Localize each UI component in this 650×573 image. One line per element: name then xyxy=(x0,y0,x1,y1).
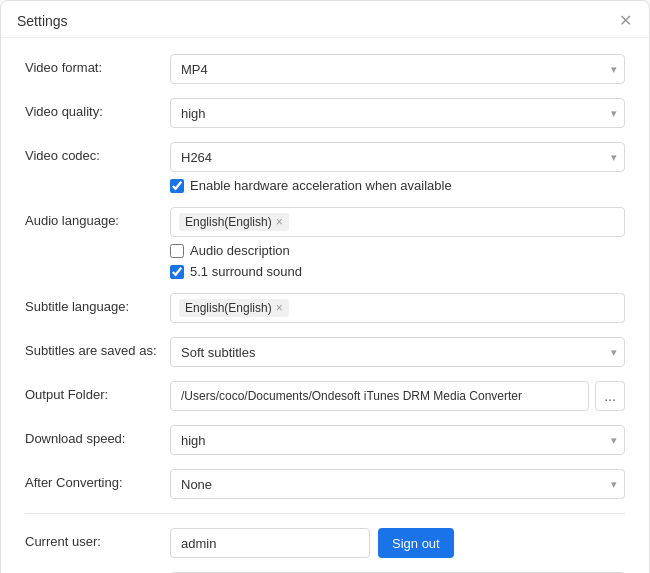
subtitles-saved-as-label: Subtitles are saved as: xyxy=(25,337,170,358)
subtitle-language-control: English(English) × xyxy=(170,293,625,323)
subtitle-language-tag: English(English) × xyxy=(179,299,289,317)
video-codec-label: Video codec: xyxy=(25,142,170,163)
video-quality-select-wrapper: high medium low ▾ xyxy=(170,98,625,128)
after-converting-select[interactable]: None Open folder Shut down xyxy=(170,469,625,499)
surround-sound-label: 5.1 surround sound xyxy=(190,264,302,279)
output-folder-browse-button[interactable]: ... xyxy=(595,381,625,411)
hardware-accel-checkbox[interactable] xyxy=(170,179,184,193)
video-codec-row: Video codec: H264 H265 MPEG4 ▾ Enable ha… xyxy=(25,142,625,193)
after-converting-label: After Converting: xyxy=(25,469,170,490)
audio-language-label: Audio language: xyxy=(25,207,170,228)
audio-language-row: Audio language: English(English) × Audio… xyxy=(25,207,625,279)
subtitle-language-tag-close[interactable]: × xyxy=(276,301,283,315)
video-quality-label: Video quality: xyxy=(25,98,170,119)
output-folder-input-row: ... xyxy=(170,381,625,411)
after-converting-control: None Open folder Shut down ▾ xyxy=(170,469,625,499)
after-converting-select-wrapper: None Open folder Shut down ▾ xyxy=(170,469,625,499)
audio-language-tag-text: English(English) xyxy=(185,215,272,229)
title-bar: Settings ✕ xyxy=(1,1,649,38)
output-folder-input[interactable] xyxy=(170,381,589,411)
video-codec-control: H264 H265 MPEG4 ▾ Enable hardware accele… xyxy=(170,142,625,193)
current-user-control: Sign out xyxy=(170,528,625,558)
subtitles-saved-as-select[interactable]: Soft subtitles Hard subtitles None xyxy=(170,337,625,367)
video-codec-select-wrapper: H264 H265 MPEG4 ▾ xyxy=(170,142,625,172)
subtitles-saved-as-select-wrapper: Soft subtitles Hard subtitles None ▾ xyxy=(170,337,625,367)
output-folder-control: ... xyxy=(170,381,625,411)
after-converting-row: After Converting: None Open folder Shut … xyxy=(25,469,625,499)
settings-window: Settings ✕ Video format: MP4 MKV AVI MOV… xyxy=(0,0,650,573)
download-speed-control: high medium low ▾ xyxy=(170,425,625,455)
subtitle-language-tag-text: English(English) xyxy=(185,301,272,315)
download-speed-select-wrapper: high medium low ▾ xyxy=(170,425,625,455)
subtitles-saved-as-row: Subtitles are saved as: Soft subtitles H… xyxy=(25,337,625,367)
video-quality-control: high medium low ▾ xyxy=(170,98,625,128)
current-user-row: Current user: Sign out xyxy=(25,528,625,558)
surround-sound-checkbox[interactable] xyxy=(170,265,184,279)
output-folder-row: Output Folder: ... xyxy=(25,381,625,411)
output-folder-label: Output Folder: xyxy=(25,381,170,402)
download-speed-row: Download speed: high medium low ▾ xyxy=(25,425,625,455)
video-format-control: MP4 MKV AVI MOV ▾ xyxy=(170,54,625,84)
audio-language-tag-input[interactable]: English(English) × xyxy=(170,207,625,237)
video-format-select[interactable]: MP4 MKV AVI MOV xyxy=(170,54,625,84)
video-format-select-wrapper: MP4 MKV AVI MOV ▾ xyxy=(170,54,625,84)
hardware-accel-row: Enable hardware acceleration when availa… xyxy=(170,178,625,193)
audio-language-control: English(English) × Audio description 5.1… xyxy=(170,207,625,279)
window-title: Settings xyxy=(17,13,68,29)
audio-description-row: Audio description xyxy=(170,243,625,258)
video-format-label: Video format: xyxy=(25,54,170,75)
current-user-label: Current user: xyxy=(25,528,170,549)
video-quality-select[interactable]: high medium low xyxy=(170,98,625,128)
current-user-input[interactable] xyxy=(170,528,370,558)
video-format-row: Video format: MP4 MKV AVI MOV ▾ xyxy=(25,54,625,84)
surround-sound-row: 5.1 surround sound xyxy=(170,264,625,279)
audio-description-checkbox[interactable] xyxy=(170,244,184,258)
close-button[interactable]: ✕ xyxy=(617,13,633,29)
hardware-accel-label: Enable hardware acceleration when availa… xyxy=(190,178,452,193)
audio-language-tag: English(English) × xyxy=(179,213,289,231)
video-quality-row: Video quality: high medium low ▾ xyxy=(25,98,625,128)
subtitle-language-label: Subtitle language: xyxy=(25,293,170,314)
audio-description-label: Audio description xyxy=(190,243,290,258)
download-speed-select[interactable]: high medium low xyxy=(170,425,625,455)
current-user-input-row: Sign out xyxy=(170,528,625,558)
sign-out-button[interactable]: Sign out xyxy=(378,528,454,558)
divider xyxy=(25,513,625,514)
subtitles-saved-as-control: Soft subtitles Hard subtitles None ▾ xyxy=(170,337,625,367)
settings-content: Video format: MP4 MKV AVI MOV ▾ Video qu… xyxy=(1,38,649,573)
download-speed-label: Download speed: xyxy=(25,425,170,446)
subtitle-language-row: Subtitle language: English(English) × xyxy=(25,293,625,323)
subtitle-language-tag-input[interactable]: English(English) × xyxy=(170,293,625,323)
audio-language-tag-close[interactable]: × xyxy=(276,215,283,229)
video-codec-select[interactable]: H264 H265 MPEG4 xyxy=(170,142,625,172)
